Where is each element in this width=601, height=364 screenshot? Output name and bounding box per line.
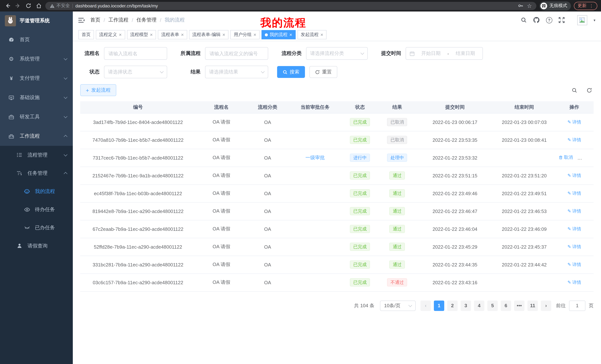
sidebar-item-process-mgmt[interactable]: 流程管理 <box>0 146 73 164</box>
pagination-page-3[interactable]: 3 <box>461 300 471 311</box>
sidebar-item-todo-tasks[interactable]: 待办任务 <box>0 200 73 219</box>
submit-time-range-picker[interactable]: 开始日期 - 结束日期 <box>406 47 483 60</box>
page-size-select[interactable]: 10条/页 <box>380 300 416 311</box>
sidebar-item-payment[interactable]: ¥ 支付管理 <box>0 69 73 88</box>
status-badge: 已完成 <box>350 172 370 180</box>
owner-process-input[interactable] <box>205 47 268 60</box>
avatar[interactable] <box>577 15 587 25</box>
sidebar-item-my-process[interactable]: 我的流程 <box>0 182 73 200</box>
table-row: 7317cec6-7b9b-11ec-b5b7-acde48001122OA 请… <box>80 149 594 167</box>
tab-7[interactable]: 发起流程× <box>297 30 327 39</box>
sidebar-item-leave-query[interactable]: 请假查询 <box>0 237 73 255</box>
cell-actions: ✎详情 <box>555 184 594 202</box>
row-action-detail[interactable]: ✎详情 <box>567 279 581 286</box>
cell-current-task <box>288 256 342 273</box>
sidebar-item-system[interactable]: ⚙ 系统管理 <box>0 49 73 69</box>
cell-result: 处理中 <box>378 149 416 167</box>
tab-6[interactable]: 我的流程× <box>261 30 295 39</box>
reset-button[interactable]: 重置 <box>310 66 337 78</box>
github-icon[interactable] <box>533 17 540 23</box>
search-button[interactable]: 搜索 <box>277 66 305 78</box>
row-action-cancel[interactable]: 取消 <box>559 154 573 161</box>
breadcrumb-item[interactable]: 首页 <box>90 17 100 23</box>
url-text[interactable]: dashboard.yudao.iocoder.cn/bpm/task/my <box>75 3 515 8</box>
security-indicator[interactable]: 不安全 <box>50 3 70 9</box>
tab-close-icon[interactable]: × <box>222 32 225 37</box>
row-action-detail[interactable]: ✎详情 <box>567 119 581 125</box>
pagination-next[interactable]: › <box>541 300 551 311</box>
sidebar-item-devtools[interactable]: 研发工具 <box>0 107 73 126</box>
sidebar-item-infra[interactable]: 基础设施 <box>0 88 73 107</box>
browser-back-icon[interactable] <box>4 2 11 10</box>
breadcrumb-item-current: 我的流程 <box>165 17 185 23</box>
browser-reload-icon[interactable] <box>25 2 32 10</box>
search-icon[interactable] <box>521 17 527 23</box>
pagination-page-4[interactable]: 4 <box>474 300 484 311</box>
row-action-label: 详情 <box>572 226 581 232</box>
cell-category: OA <box>247 149 288 167</box>
browser-menu-icon[interactable]: ⋮ <box>589 3 594 8</box>
tab-2[interactable]: 流程模型× <box>127 30 156 39</box>
refresh-table-icon[interactable] <box>585 86 594 95</box>
fullscreen-icon[interactable] <box>559 17 565 23</box>
pagination-page-2[interactable]: 2 <box>447 300 458 311</box>
create-process-button[interactable]: + 发起流程 <box>80 84 116 96</box>
chevron-down-icon <box>261 70 265 73</box>
tab-5[interactable]: 用户分组× <box>230 30 260 39</box>
tab-close-icon[interactable]: × <box>253 32 256 37</box>
breadcrumb-item[interactable]: 工作流程 <box>109 17 129 23</box>
key-icon[interactable] <box>518 3 523 9</box>
sidebar-item-workflow[interactable]: 工作流程 <box>0 126 73 146</box>
app-logo-row[interactable]: 芋道管理系统 <box>0 11 73 30</box>
status-select[interactable]: 请选择状态 <box>104 66 167 78</box>
pagination-page-1[interactable]: 1 <box>434 300 444 311</box>
breadcrumb-item[interactable]: 任务管理 <box>137 17 157 23</box>
sidebar-item-label: 请假查询 <box>28 242 67 249</box>
sidebar-item-home[interactable]: 首页 <box>0 30 73 49</box>
tab-1[interactable]: 流程定义× <box>96 30 125 39</box>
pagination-prev[interactable]: ‹ <box>421 300 431 311</box>
tab-0[interactable]: 首页 <box>78 30 94 39</box>
row-action-detail[interactable]: ✎详情 <box>567 261 581 268</box>
pagination-page-11[interactable]: 11 <box>527 300 538 311</box>
pagination-page-5[interactable]: 5 <box>487 300 498 311</box>
process-name-input[interactable] <box>104 47 167 60</box>
url-bar[interactable]: 不安全 dashboard.yudao.iocoder.cn/bpm/task/… <box>45 2 536 10</box>
browser-home-icon[interactable] <box>35 2 42 10</box>
pencil-icon: ✎ <box>567 209 571 213</box>
row-action-detail[interactable]: ✎详情 <box>567 226 581 232</box>
sidebar-item-task-mgmt[interactable]: 任务管理 <box>0 164 73 182</box>
tab-3[interactable]: 流程表单× <box>158 30 187 39</box>
row-action-detail[interactable]: ✎详情 <box>567 244 581 250</box>
tab-close-icon[interactable]: × <box>320 32 323 37</box>
app-logo-image <box>5 15 16 26</box>
current-task-link[interactable]: 一级审批 <box>305 155 325 160</box>
sidebar-item-done-tasks[interactable]: 已办任务 <box>0 219 73 237</box>
pagination-ellipsis[interactable]: ••• <box>514 300 524 311</box>
tab-close-icon[interactable]: × <box>119 32 122 37</box>
toggle-search-icon[interactable] <box>570 86 579 95</box>
help-icon[interactable]: ? <box>546 17 552 23</box>
sidebar-collapse-icon[interactable] <box>78 17 85 23</box>
bookmark-star-icon[interactable]: ☆ <box>527 2 532 9</box>
cell-id: 3ad174fb-7b9d-11ec-8404-acde48001122 <box>80 113 196 131</box>
row-action-detail[interactable]: ✎详情 <box>567 208 581 214</box>
goto-page-input[interactable] <box>569 300 585 311</box>
cell-result: 通过 <box>378 184 416 202</box>
tab-close-icon[interactable]: × <box>181 32 184 37</box>
row-action-detail[interactable]: ✎详情 <box>567 190 581 196</box>
annotation-title: 我的流程 <box>260 16 306 30</box>
cell-result: 已取消 <box>378 113 416 131</box>
pagination-page-6[interactable]: 6 <box>501 300 511 311</box>
tab-4[interactable]: 流程表单-编辑× <box>189 30 229 39</box>
browser-update-button[interactable]: 更新 ⋮ <box>574 2 597 10</box>
row-action-detail[interactable]: ✎详情 <box>567 137 581 143</box>
avatar-caret-icon[interactable]: ▾ <box>594 18 595 22</box>
row-action-detail[interactable]: ✎详情 <box>567 172 581 179</box>
tab-close-icon[interactable]: × <box>150 32 153 37</box>
tab-close-icon[interactable]: × <box>289 32 292 37</box>
result-select[interactable]: 请选择流结果 <box>205 66 268 78</box>
category-select[interactable]: 请选择流程分类 <box>306 47 368 60</box>
browser-forward-icon[interactable] <box>14 2 21 10</box>
result-badge: 通过 <box>390 260 405 269</box>
